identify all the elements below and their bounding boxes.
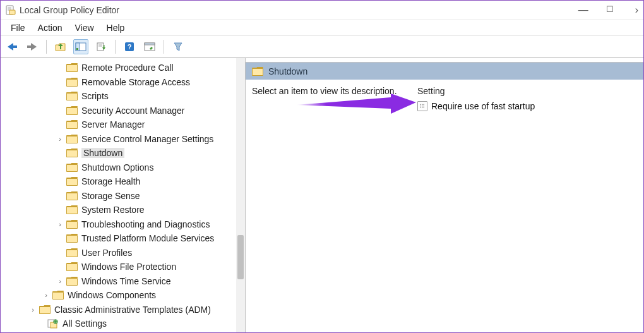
title-bar: Local Group Policy Editor — ☐ ›	[1, 1, 643, 20]
folder-icon	[66, 92, 78, 100]
window-frame: Local Group Policy Editor — ☐ › File Act…	[0, 0, 644, 333]
export-list-button[interactable]	[93, 39, 109, 54]
folder-icon	[39, 305, 51, 314]
tree-item-label: Shutdown Options	[81, 162, 153, 173]
expand-chevron-icon[interactable]: ›	[56, 221, 64, 228]
tree-item[interactable]: System Restore	[1, 203, 245, 217]
folder-icon	[66, 234, 78, 243]
tree-item[interactable]: User Profiles	[1, 246, 245, 260]
tree-item[interactable]: Trusted Platform Module Services	[1, 231, 245, 246]
menu-file[interactable]: File	[4, 21, 32, 34]
tree-item-label: All Settings	[63, 318, 107, 329]
close-button[interactable]: ›	[635, 5, 638, 15]
filter-button[interactable]	[170, 39, 186, 54]
window-controls: — ☐ ›	[578, 5, 638, 15]
tree-item-label: Security Account Manager	[81, 106, 184, 116]
tree-item-label: Windows Components	[68, 290, 156, 300]
svg-rect-16	[104, 45, 105, 48]
policy-item[interactable]: Require use of fast startup	[416, 100, 637, 112]
description-placeholder: Select an item to view its description.	[252, 85, 416, 112]
expand-chevron-icon[interactable]: ›	[56, 277, 64, 285]
tree-item[interactable]: Windows File Protection	[1, 260, 245, 274]
tree-item[interactable]: Removable Storage Access	[1, 75, 245, 90]
tree-item[interactable]: Shutdown Options	[1, 160, 245, 175]
tree-item-label: Scripts	[81, 91, 109, 101]
folder-icon	[66, 106, 78, 115]
tree-item[interactable]: Storage Health	[1, 174, 245, 189]
tree-item-label: Windows File Protection	[81, 262, 176, 272]
folder-icon	[66, 248, 78, 257]
svg-rect-8	[27, 45, 32, 48]
menu-action[interactable]: Action	[32, 21, 69, 34]
show-hide-tree-button[interactable]	[73, 39, 88, 54]
up-one-level-button[interactable]	[53, 39, 68, 54]
scrollbar-thumb[interactable]	[237, 235, 244, 279]
window-title: Local Group Policy Editor	[20, 5, 119, 15]
minimize-button[interactable]: —	[578, 5, 588, 15]
folder-icon	[66, 135, 78, 143]
folder-icon	[66, 220, 78, 229]
tree-item[interactable]: ›Troubleshooting and Diagnostics	[1, 217, 245, 232]
tree-pane: Remote Procedure CallRemovable Storage A…	[1, 58, 246, 332]
tree-item-label: Classic Administrative Templates (ADM)	[54, 305, 211, 315]
tree-item[interactable]: ›Classic Administrative Templates (ADM)	[1, 303, 245, 317]
forward-button[interactable]	[25, 39, 40, 54]
folder-icon	[66, 78, 78, 87]
expand-chevron-icon[interactable]: ›	[42, 291, 50, 299]
tree-scrollbar[interactable]	[236, 58, 245, 332]
folder-icon	[252, 67, 263, 76]
tree-item-label: Storage Sense	[81, 191, 140, 201]
svg-rect-12	[97, 43, 104, 51]
back-button[interactable]	[4, 39, 20, 54]
menu-help[interactable]: Help	[100, 21, 131, 34]
content-header-title: Shutdown	[268, 66, 307, 76]
tree-item-label: System Restore	[81, 205, 145, 215]
folder-icon	[66, 191, 78, 200]
svg-rect-11	[76, 48, 78, 50]
folder-icon	[66, 148, 78, 157]
policy-icon	[417, 101, 427, 111]
tree-item[interactable]: Storage Sense	[1, 189, 245, 203]
tree-item[interactable]: Scripts	[1, 89, 245, 104]
tree-item-label: User Profiles	[81, 248, 132, 258]
folder-icon	[66, 262, 78, 271]
folder-icon	[52, 291, 64, 300]
tree-item-label: Service Control Manager Settings	[81, 134, 213, 144]
tree-item[interactable]: Shutdown	[1, 146, 245, 160]
svg-rect-20	[145, 43, 155, 45]
main-split: Remote Procedure CallRemovable Storage A…	[1, 58, 643, 332]
tree-item-label: Server Manager	[81, 119, 145, 130]
tree-item[interactable]: ›Windows Components	[1, 288, 245, 303]
folder-icon	[66, 120, 78, 129]
tree-item[interactable]: All Settings	[1, 317, 245, 331]
properties-button[interactable]	[142, 39, 157, 54]
maximize-button[interactable]: ☐	[606, 5, 614, 15]
folder-icon	[66, 205, 78, 214]
folder-icon	[66, 63, 78, 72]
folder-icon	[66, 163, 78, 172]
tree-item[interactable]: Server Manager	[1, 118, 245, 132]
tree-item-label: Shutdown	[81, 148, 124, 158]
folder-icon	[66, 277, 78, 286]
tree-item-label: Windows Time Service	[81, 276, 171, 286]
settings-column-header[interactable]: Setting	[416, 85, 637, 100]
menu-bar: File Action View Help	[1, 20, 643, 36]
tree-item[interactable]: ›Service Control Manager Settings	[1, 132, 245, 147]
tree-item[interactable]: Remote Procedure Call	[1, 61, 245, 75]
tree-item[interactable]: ›Windows Time Service	[1, 274, 245, 289]
policy-item-label: Require use of fast startup	[431, 101, 535, 111]
svg-marker-7	[31, 43, 37, 51]
content-pane: Shutdown Select an item to view its desc…	[246, 58, 643, 332]
all-settings-icon	[47, 318, 59, 329]
svg-rect-4	[9, 10, 15, 15]
menu-view[interactable]: View	[68, 21, 100, 34]
help-button[interactable]: ?	[122, 39, 137, 54]
tree-item-label: Remote Procedure Call	[81, 63, 174, 73]
nav-tree[interactable]: Remote Procedure CallRemovable Storage A…	[1, 58, 245, 331]
svg-rect-6	[13, 45, 17, 48]
tree-item[interactable]: Security Account Manager	[1, 104, 245, 118]
tree-item-label: Trusted Platform Module Services	[81, 233, 214, 243]
expand-chevron-icon[interactable]: ›	[29, 306, 37, 313]
content-body: Select an item to view its description. …	[246, 80, 643, 118]
expand-chevron-icon[interactable]: ›	[56, 135, 64, 143]
